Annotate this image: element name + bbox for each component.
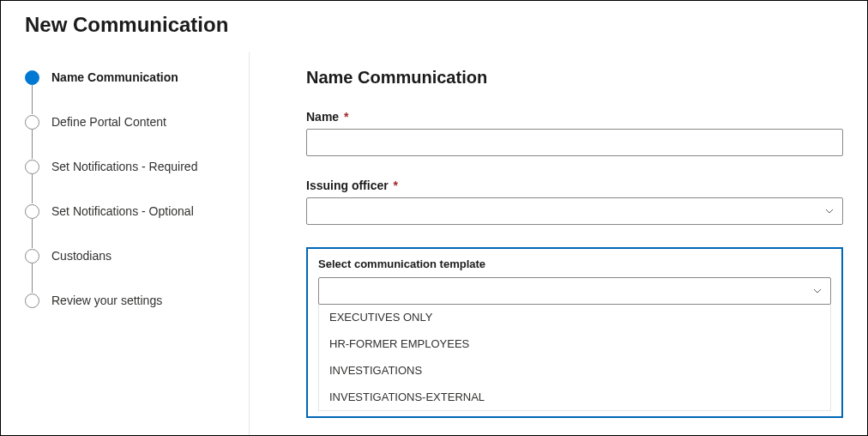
wizard-step[interactable]: Set Notifications - Required: [25, 159, 238, 174]
step-label: Review your settings: [51, 294, 162, 307]
issuing-officer-label-text: Issuing officer: [306, 179, 389, 192]
step-label: Name Communication: [51, 70, 178, 84]
step-connector: [32, 130, 33, 159]
name-label: Name *: [306, 110, 843, 124]
template-label: Select communication template: [318, 257, 831, 270]
template-option[interactable]: INVESTIGATIONS: [319, 357, 830, 384]
wizard-step[interactable]: Review your settings: [25, 293, 238, 308]
wizard-step[interactable]: Define Portal Content: [25, 114, 238, 130]
name-label-text: Name: [306, 110, 339, 124]
required-marker: *: [394, 179, 398, 192]
step-label: Set Notifications - Optional: [51, 204, 194, 218]
step-bubble-icon: [25, 204, 39, 219]
field-name: Name *: [306, 110, 843, 156]
field-issuing-officer: Issuing officer *: [306, 179, 843, 225]
issuing-officer-select[interactable]: [306, 197, 843, 225]
step-connector: [32, 85, 33, 114]
step-bubble-icon: [25, 294, 39, 308]
page-title: New Communication: [1, 1, 867, 52]
step-bubble-icon: [25, 115, 39, 130]
section-title: Name Communication: [306, 68, 843, 88]
template-option[interactable]: INVESTIGATIONS-EXTERNAL: [319, 384, 830, 410]
template-select[interactable]: [318, 277, 831, 305]
step-label: Define Portal Content: [51, 115, 166, 129]
required-marker: *: [344, 110, 348, 124]
step-label: Set Notifications - Required: [51, 160, 197, 173]
main-panel: Name Communication Name * Issuing office…: [250, 52, 867, 435]
wizard-step[interactable]: Name Communication: [25, 70, 238, 85]
step-connector: [32, 263, 33, 293]
step-bubble-icon: [25, 249, 39, 263]
name-input[interactable]: [306, 129, 843, 156]
wizard-step[interactable]: Custodians: [25, 248, 238, 263]
template-block: Select communication template EXECUTIVES…: [306, 247, 843, 418]
wizard-step[interactable]: Set Notifications - Optional: [25, 203, 238, 219]
wizard-steps-sidebar: Name CommunicationDefine Portal ContentS…: [1, 52, 250, 435]
issuing-officer-label: Issuing officer *: [306, 179, 843, 192]
template-option[interactable]: HR-FORMER EMPLOYEES: [319, 330, 830, 357]
step-label: Custodians: [51, 249, 112, 263]
template-option[interactable]: EXECUTIVES ONLY: [319, 304, 830, 330]
step-connector: [32, 174, 33, 203]
step-bubble-icon: [25, 70, 39, 85]
step-bubble-icon: [25, 160, 39, 174]
template-dropdown-list: EXECUTIVES ONLYHR-FORMER EMPLOYEESINVEST…: [318, 304, 831, 411]
step-connector: [32, 219, 33, 248]
